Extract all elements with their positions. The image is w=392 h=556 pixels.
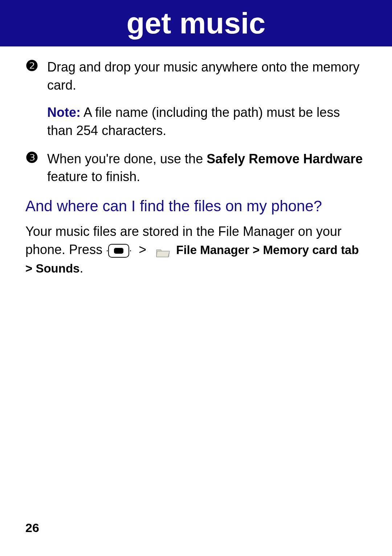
page-number: 26 [25, 521, 39, 535]
page-content: ❷ Drag and drop your music anywhere onto… [0, 46, 392, 277]
step-2-note: Note: A file name (including the path) m… [47, 103, 367, 139]
folder-icon [156, 245, 170, 257]
step-number-3: ❸ [25, 149, 39, 166]
step-3-content: When you're done, use the Safely Remove … [47, 150, 367, 186]
step-3-text: When you're done, use the Safely Remove … [47, 150, 367, 186]
step-3-bold: Safely Remove Hardware [207, 151, 363, 166]
step-2: ❷ Drag and drop your music anywhere onto… [25, 58, 367, 140]
step-2-text: Drag and drop your music anywhere onto t… [47, 58, 367, 94]
step-2-content: Drag and drop your music anywhere onto t… [47, 58, 367, 140]
note-label: Note: [47, 105, 81, 120]
step-3-before: When you're done, use the [47, 151, 207, 166]
separator-1: > [139, 242, 146, 257]
period: . [79, 261, 83, 275]
nav-key-icon [108, 244, 129, 258]
section-heading: And where can I find the files on my pho… [25, 196, 367, 217]
step-3: ❸ When you're done, use the Safely Remov… [25, 150, 367, 186]
step-number-2: ❷ [25, 57, 39, 74]
header-title: get music [127, 6, 266, 40]
note-text: A file name (including the path) must be… [47, 105, 340, 138]
step-3-after: feature to finish. [47, 169, 140, 184]
section-body: Your music files are stored in the File … [25, 222, 367, 277]
page-header: get music [0, 0, 392, 46]
